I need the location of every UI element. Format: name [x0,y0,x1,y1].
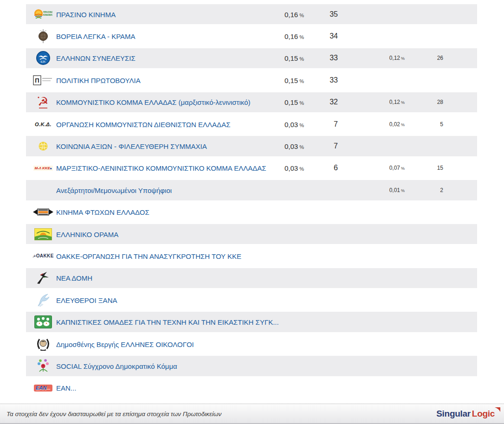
party-votes-prev: 26 [437,55,443,61]
party-votes: 7 [334,142,338,150]
party-percent-prev: 0,07% [389,165,405,171]
svg-text:Π: Π [35,77,39,84]
party-percent: 0,15% [284,54,304,62]
party-percent: 0,16% [284,10,304,18]
party-percent-prev [404,77,405,84]
ellinon-synelefsis-logo: Ε.ΣΥ. [32,50,54,66]
party-name-link[interactable]: ΝΕΑ ΔΟΜΗ [56,274,92,282]
party-percent-prev: 0,12% [389,55,405,61]
table-row: ΚΙΝΗΜΑ ΦΤΩΧΩΝ ΕΛΛΑΔΟΣ [26,201,477,223]
table-row: Ε.ΣΥ. ΕΛΛΗΝΩΝ ΣΥΝΕΛΕΥΣΙΣ 0,15% 33 0,12% … [26,47,477,69]
table-row: Π ΠΟΛΙΤΙΚΗ ΠΡΩΤΟΒΟΥΛΙΑ 0,15% 33 [26,69,477,91]
party-percent-prev [404,297,405,303]
party-percent-prev [404,275,405,281]
election-results-page: { "labels": { "percent_sign": "%" }, "ta… [0,0,504,424]
table-row: Μ-Λ ΚΚΕ■ ΜΑΡΞΙΣΤΙΚΟ-ΛΕΝΙΝΙΣΤΙΚΟ ΚΟΜΜΟΥΝΙ… [26,157,477,179]
party-percent: 0,16% [284,32,304,40]
party-percent [303,296,304,304]
table-row: EAN... ΕΑΝ... [26,377,477,399]
svg-text:☭: ☭ [38,95,48,109]
party-percent-prev [404,319,405,325]
table-row: SOCIAL Σύγχρονο Δημοκρατικό Κόμμα [26,355,477,377]
table-row: Δημοσθένης Βεργής ΕΛΛΗΝΕΣ ΟΙΚΟΛΟΓΟΙ [26,333,477,355]
party-name-link[interactable]: ΚΟΜΜΟΥΝΙΣΤΙΚΟ ΚΟΜΜΑ ΕΛΛΑΔΑΣ (μαρξιστικό-… [56,98,251,106]
table-row: ΠΡΑΣΙΝΟ ΚΙΝΗΜΑ ΠΡΑΣΙΝΟ ΚΙΝΗΜΑ 0,16% 35 [26,3,477,25]
party-percent: 0,03% [284,142,304,150]
party-percent-prev: 0,02% [389,121,405,128]
kapnistikes-omades-logo [32,314,54,330]
disclaimer-text: Τα στοιχεία δεν έχουν διασταυρωθεί με τα… [6,410,221,417]
okde-logo: Ο.Κ.Δ. [32,116,54,132]
party-percent-prev [404,209,405,215]
party-name-link[interactable]: Ανεξάρτητοι/Μεμονωμένοι Υποψήφιοι [56,186,172,194]
eleftheroi-ksana-logo [32,292,54,308]
table-row: ΒΟΡΕΙΑ ΛΕΓΚΑ - ΚΡΑΜΑ 0,16% 34 [26,25,477,47]
party-name-link[interactable]: ΒΟΡΕΙΑ ΛΕΓΚΑ - ΚΡΑΜΑ [56,32,136,40]
table-row: ΚΑΠΝΙΣΤΙΚΕΣ ΟΜΑΔΕΣ ΓΙΑ ΤΗΝ ΤΕΧΝΗ ΚΑΙ ΤΗΝ… [26,311,477,333]
party-name-link[interactable]: ΚΟΙΝΩΝΙΑ ΑΞΙΩΝ - ΦΙΛΕΛΕΥΘΕΡΗ ΣΥΜΜΑΧΙΑ [56,142,207,150]
table-row: ☭ ΚΟΜΜΟΥΝΙΣΤΙΚΟ ΚΟΜΜΑ ΕΛΛΑΔΑΣ (μαρξιστικ… [26,91,477,113]
party-votes-prev: 28 [437,99,443,105]
party-percent-prev [404,231,405,238]
party-votes: 35 [330,10,338,19]
party-percent: 0,03% [284,164,304,172]
party-percent [303,318,304,326]
kke-ml-logo: ☭ [32,94,54,110]
party-percent: 0,15% [284,76,304,84]
social-logo [32,358,54,374]
party-name-link[interactable]: ΠΡΑΣΙΝΟ ΚΙΝΗΜΑ [56,10,116,18]
party-percent [303,274,304,282]
table-row: Ο.Κ.Δ. ΟΡΓΑΝΩΣΗ ΚΟΜΜΟΥΝΙΣΤΩΝ ΔΙΕΘΝΙΣΤΩΝ … [26,113,477,135]
party-percent [303,230,304,238]
party-name-link[interactable]: ΜΑΡΞΙΣΤΙΚΟ-ΛΕΝΙΝΙΣΤΙΚΟ ΚΟΜΜΟΥΝΙΣΤΙΚΟ ΚΟΜ… [56,164,266,172]
party-name-link[interactable]: ΟΡΓΑΝΩΣΗ ΚΟΜΜΟΥΝΙΣΤΩΝ ΔΙΕΘΝΙΣΤΩΝ ΕΛΛΑΔΑΣ [56,120,230,128]
vergis-oikologoi-logo [32,336,54,352]
party-votes: 6 [334,164,338,172]
party-name-link[interactable]: ΠΟΛΙΤΙΚΗ ΠΡΩΤΟΒΟΥΛΙΑ [56,76,141,84]
table-row: ΚΟΙΝΩΝΙΑ ΑΞΙΩΝ - ΦΙΛΕΛΕΥΘΕΡΗ ΣΥΜΜΑΧΙΑ 0,… [26,135,477,157]
party-name-link[interactable]: ΕΛΛΗΝΙΚΟ ΟΡΑΜΑ [56,230,118,238]
party-percent-prev: 0,12% [389,99,405,105]
kinima-ftoxon-logo [32,204,54,220]
elliniko-orama-logo [32,226,54,242]
party-percent-prev [404,363,405,369]
ean-logo: EAN... [32,380,54,396]
singularlogic-logo: SingularLogic [436,409,500,419]
party-name-link[interactable]: ΕΛΛΗΝΩΝ ΣΥΝΕΛΕΥΣΙΣ [56,54,136,62]
voreia-legka-logo [32,28,54,44]
party-percent-prev [404,385,405,391]
party-logo [32,182,54,198]
footer-bar: Τα στοιχεία δεν έχουν διασταυρωθεί με τα… [0,404,504,424]
brand-flag-icon [495,407,500,413]
party-votes: 33 [330,76,338,84]
party-name-link[interactable]: ΚΑΠΝΙΣΤΙΚΕΣ ΟΜΑΔΕΣ ΓΙΑ ΤΗΝ ΤΕΧΝΗ ΚΑΙ ΤΗΝ… [56,318,279,326]
party-percent-prev: 0,01% [389,187,405,193]
nea-domi-logo [32,270,54,286]
party-name-link[interactable]: ΕΛΕΥΘΕΡΟΙ ΞΑΝΑ [56,296,117,304]
party-percent-prev [404,341,405,347]
party-percent-prev [404,143,405,149]
party-name-link[interactable]: Δημοσθένης Βεργής ΕΛΛΗΝΕΣ ΟΙΚΟΛΟΓΟΙ [56,340,194,348]
party-votes: 34 [330,32,338,40]
politiki-protovoulia-logo: Π [32,72,54,88]
party-percent: 0,03% [284,120,304,128]
oakke-logo: ☭ΟΑΚΚΕ [32,248,54,264]
party-percent [303,362,304,370]
table-row: ☭ΟΑΚΚΕ ΟΑΚΚΕ-ΟΡΓΑΝΩΣΗ ΓΙΑ ΤΗΝ ΑΝΑΣΥΓΚΡΟΤ… [26,245,477,267]
svg-text:ΚΙΝΗΜΑ: ΚΙΝΗΜΑ [43,13,52,16]
party-votes-prev: 5 [440,121,443,128]
party-votes: 32 [330,98,338,106]
party-votes-prev: 15 [437,165,443,171]
table-row: Ανεξάρτητοι/Μεμονωμένοι Υποψήφιοι 0,01% … [26,179,477,201]
table-row: ΝΕΑ ΔΟΜΗ [26,267,477,289]
results-table: ΠΡΑΣΙΝΟ ΚΙΝΗΜΑ ΠΡΑΣΙΝΟ ΚΙΝΗΜΑ 0,16% 35 Β… [26,3,477,399]
party-votes: 33 [330,54,338,62]
party-name-link[interactable]: ΕΑΝ... [56,384,76,392]
party-percent-prev [404,33,405,39]
party-votes-prev: 2 [440,187,443,193]
party-percent-prev [404,11,405,18]
party-name-link[interactable]: SOCIAL Σύγχρονο Δημοκρατικό Κόμμα [56,362,177,370]
koinonia-aksion-logo [32,138,54,154]
party-name-link[interactable]: ΟΑΚΚΕ-ΟΡΓΑΝΩΣΗ ΓΙΑ ΤΗΝ ΑΝΑΣΥΓΚΡΟΤΗΣΗ ΤΟΥ… [56,252,241,260]
party-name-link[interactable]: ΚΙΝΗΜΑ ΦΤΩΧΩΝ ΕΛΛΑΔΟΣ [56,208,149,216]
